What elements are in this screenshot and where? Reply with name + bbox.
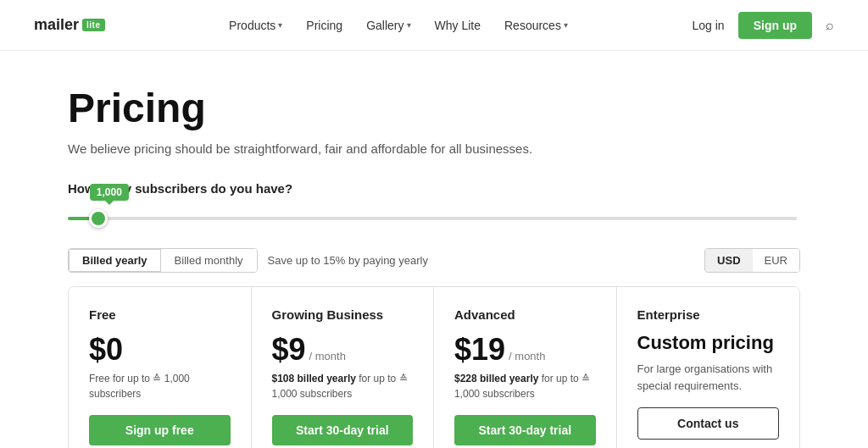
plan-name-advanced: Advanced (454, 307, 596, 322)
plan-advanced-cta[interactable]: Start 30-day trial (454, 415, 596, 445)
price-note-growing: $108 billed yearly for up to ≙ 1,000 sub… (272, 371, 414, 401)
subscriber-input[interactable] (68, 217, 797, 220)
nav-products[interactable]: Products ▾ (229, 19, 282, 32)
currency-eur-button[interactable]: EUR (753, 249, 799, 272)
price-amount-advanced: $19 (454, 332, 505, 368)
price-period-advanced: / month (509, 350, 545, 362)
login-button[interactable]: Log in (693, 19, 725, 32)
price-note-advanced: $228 billed yearly for up to ≙ 1,000 sub… (454, 371, 596, 401)
logo-badge: lite (82, 19, 104, 31)
plan-growing-cta[interactable]: Start 30-day trial (272, 415, 414, 445)
page-subtitle: We believe pricing should be straightfor… (68, 141, 800, 156)
signup-button[interactable]: Sign up (738, 12, 812, 39)
header-actions: Log in Sign up ⌕ (693, 12, 834, 39)
nav-gallery[interactable]: Gallery ▾ (366, 19, 410, 32)
plan-name-free: Free (89, 307, 231, 322)
header: mailer lite Products ▾ Pricing Gallery ▾… (0, 0, 868, 51)
plan-enterprise: Enterprise Custom pricing For large orga… (617, 287, 800, 448)
search-icon[interactable]: ⌕ (826, 18, 834, 33)
plan-name-growing: Growing Business (272, 307, 414, 322)
nav-whylite[interactable]: Why Lite (435, 19, 481, 32)
pricing-grid: Free $0 Free for up to ≙ 1,000 subscribe… (68, 286, 800, 448)
main-nav: Products ▾ Pricing Gallery ▾ Why Lite Re… (229, 19, 568, 32)
billing-row: Billed yearly Billed monthly Save up to … (68, 248, 800, 273)
billing-save-note: Save up to 15% by paying yearly (268, 254, 428, 267)
plan-custom-desc: For large organisations with special req… (637, 361, 780, 394)
plan-advanced: Advanced $19 / month $228 billed yearly … (434, 287, 617, 448)
price-amount-free: $0 (89, 332, 123, 368)
billing-toggle: Billed yearly Billed monthly (68, 248, 258, 273)
plan-custom-title: Custom pricing (637, 332, 780, 354)
plan-enterprise-cta[interactable]: Contact us (637, 407, 780, 440)
nav-pricing[interactable]: Pricing (306, 19, 342, 32)
currency-usd-button[interactable]: USD (705, 249, 752, 272)
slider-tooltip: 1,000 (90, 184, 129, 201)
plan-free-cta[interactable]: Sign up free (89, 415, 231, 445)
main-content: Pricing We believe pricing should be str… (0, 51, 868, 448)
price-amount-growing: $9 (272, 332, 306, 368)
subscriber-slider-section: How many subscribers do you have? 1,000 (68, 181, 800, 223)
billing-monthly-button[interactable]: Billed monthly (161, 249, 257, 272)
price-note-free: Free for up to ≙ 1,000 subscribers (89, 371, 231, 401)
plan-price-advanced: $19 / month (454, 332, 596, 368)
plan-name-enterprise: Enterprise (637, 307, 780, 322)
nav-resources[interactable]: Resources ▾ (504, 19, 568, 32)
currency-toggle: USD EUR (704, 248, 800, 273)
chevron-down-icon: ▾ (564, 20, 568, 30)
slider-container: 1,000 (68, 209, 797, 223)
logo[interactable]: mailer lite (34, 16, 105, 34)
logo-text: mailer (34, 16, 79, 34)
page-title: Pricing (68, 85, 800, 131)
plan-price-growing: $9 / month (272, 332, 414, 368)
plan-free: Free $0 Free for up to ≙ 1,000 subscribe… (69, 287, 252, 448)
chevron-down-icon: ▾ (407, 20, 411, 30)
chevron-down-icon: ▾ (278, 20, 282, 30)
plan-growing: Growing Business $9 / month $108 billed … (252, 287, 435, 448)
slider-label: How many subscribers do you have? (68, 181, 800, 196)
price-period-growing: / month (309, 350, 346, 362)
billing-yearly-button[interactable]: Billed yearly (69, 249, 161, 272)
plan-price-free: $0 (89, 332, 231, 368)
